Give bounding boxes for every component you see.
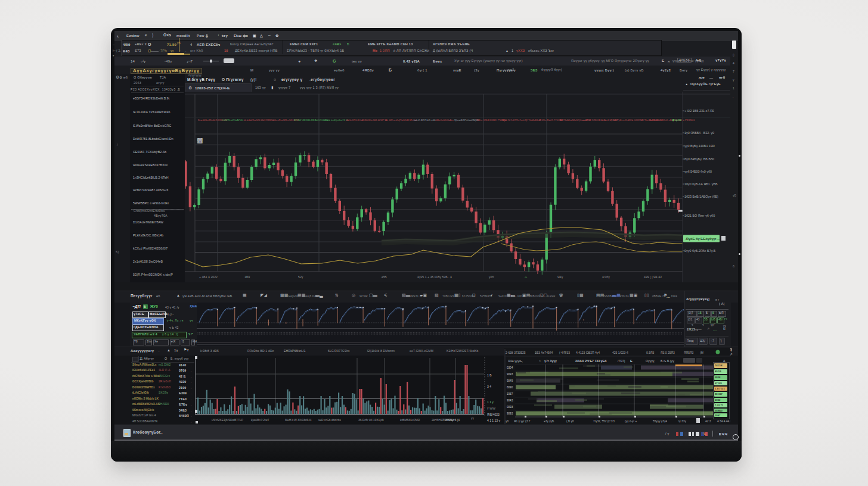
svg-text:0үү0 бүБ.2Ябе Б7ү.Б: 0үү0 бүБ.2Ябе Б7ү.Б (684, 249, 716, 253)
svg-text:ү үүүү: ү үүүү (487, 406, 495, 410)
svg-text:Б: Б (630, 359, 633, 363)
svg-text:е55: е55 (382, 275, 387, 279)
svg-text:52ү: 52ү (298, 275, 303, 279)
svg-text:t7mLt9|7 9xMeB6sX: t7mLt9|7 9xMeB6sX (519, 119, 541, 122)
svg-text:Oүүүү,: Oүүүү, (646, 359, 655, 363)
svg-text:55үүү ү3ү4: 55үүү ү3ү4 (653, 420, 667, 423)
svg-text:krBM53l1xPMR: krBM53l1xPMR (400, 419, 420, 422)
svg-text:ү7г 3үүү: ү7г 3үүү (544, 359, 557, 363)
svg-text:бү0 б4БүБү. ББ.Бб0: бү0 б4БүБү. ББ.Бб0 (684, 157, 714, 161)
svg-text:nKbtb kmE|nrEw72 C: nKbtb kmE|nrEw72 C (324, 119, 348, 122)
svg-text:1 1 ү: 1 1 ү (487, 400, 494, 404)
svg-text:1 Б: 1 Б (487, 373, 492, 377)
svg-text:7 05Я5үг5 (4: 7 05Я5үг5 (4 (442, 418, 460, 422)
svg-text:0093: 0093 (507, 406, 513, 409)
svg-text:k|wABn7:2twT: k|wABn7:2twT (251, 419, 269, 422)
svg-text:Cc 0Wt-er2c|PbGK4E1TsH.n: Cc 0Wt-er2c|PbGK4E1TsH.n (385, 119, 417, 122)
svg-text:+3ү үүБ: +3ү үүБ (544, 420, 554, 423)
svg-text:0.5Я3: 0.5Я3 (646, 351, 655, 354)
svg-text:/7Я7|: /7Я7| (618, 359, 625, 363)
svg-text:9049: 9049 (507, 379, 513, 382)
svg-text:BTHW t8EKB6-REA/tE2CtK5S: BTHW t8EKB6-REA/tE2CtK5S (294, 119, 328, 122)
svg-text:(-4/Я/33: (-4/Я/33 (559, 351, 570, 354)
svg-text:MeH.lr.W 3X/03dS:l4: MeH.lr.W 3X/03dS:l4 (285, 419, 312, 422)
svg-text:seD nrGb dbb/rbs: seD nrGb dbb/rbs (318, 419, 341, 422)
svg-text:Я3.0 25Я3: Я3.0 25Я3 (661, 351, 675, 354)
svg-text:L5/cS/KE1|b:SDwBTTLP: L5/cS/KE1|b:SDwBTTLP (212, 419, 243, 422)
svg-text:8090: 8090 (507, 386, 513, 389)
svg-text:1б21 БӦ Яегг үб үб0: 1б21 БӦ Яегг үб үб0 (684, 214, 715, 217)
svg-text:9093: 9093 (507, 412, 513, 415)
svg-text:4 1 1 13 ү: 4 1 1 13 ү (487, 419, 500, 422)
svg-text:kAGn37Hr3C.AK80t3Gn308 425lP:W: kAGn37Hr3C.AK80t3Gn308 425lP:W (346, 119, 387, 122)
svg-text:7/ү32, 552 (С'3'3: 7/ү32, 552 (С'3'3 (593, 420, 615, 423)
svg-text:(М: (М (700, 351, 703, 354)
svg-text:+ 4Б1 4 2022: + 4Б1 4 2022 (199, 275, 218, 279)
svg-text:Я4ү: Я4ү (557, 275, 563, 279)
svg-text:1б23 БеБ/1АБӦүе (бБ): 1б23 БеБ/1АБӦүе (бБ) (684, 195, 718, 198)
svg-text:‑ЯүӧБ бү ББӧүбүүг—: ‑ЯүӧБ бү ББӧүбүүг— (685, 237, 720, 241)
svg-text:үү0 БүБү.140Б1 1Я0: үү0 БүБү.140Б1 1Я0 (684, 144, 715, 148)
svg-text:HcMWrwR1xAPtDt: HcMWrwR1xAPtDt (222, 119, 244, 122)
svg-text:1ү0 ЯбББ4 . Б32. ү0: 1ү0 ЯбББ4 . Б32. ү0 (684, 131, 714, 135)
svg-text:0304: 0304 (507, 366, 513, 369)
svg-text:▮ 1ү3 Б: ▮ 1ү3 Б (672, 119, 681, 122)
svg-text:kk.b1b22wK24 2bH R8Wnx: kk.b1b22wK24 2bH R8Wnx (244, 119, 275, 122)
svg-text:○: ○ (539, 359, 541, 363)
svg-text:4:34 4.44.0: 4:34 4.44.0 (717, 420, 730, 423)
svg-text:үү: үү (471, 417, 474, 420)
svg-text:үб: үб (506, 420, 509, 423)
svg-text:twk:2t:BR7.kL5 n66: twk:2t:BR7.kL5 n66 (414, 119, 436, 122)
svg-text:3 4: 3 4 (487, 385, 491, 388)
svg-text:2/3АА 2'5'Б7 733 үБб: 2/3АА 2'5'Б7 733 үБб (575, 359, 606, 363)
svg-text:ү2б: ү2б (489, 275, 494, 279)
svg-text:t4BeXxS5GbAtn: t4BeXxS5GbAtn (435, 119, 454, 122)
svg-text:9043: 9043 (507, 399, 513, 402)
svg-text:4ү25 1 + 35 015ү 53Б . 4: 4ү25 1 + 35 015ү 53Б . 4 (417, 275, 452, 279)
svg-text:9|knwB/9PrLbwKM|Wt: 9|knwB/9PrLbwKM|Wt (454, 119, 479, 122)
svg-text:1Б3 Ае745б4: 1Б3 Ае745б4 (535, 351, 553, 354)
svg-text:1бү0 0үБ-1А ЯБ1. үББ: 1бү0 0үБ-1А ЯБ1. үББ (684, 182, 718, 186)
svg-text:Я1 ү үүг (3.7: Я1 ү үүг (3.7 (514, 420, 531, 423)
svg-text:ЯЯ5Я3: ЯЯ5Я3 (684, 351, 694, 354)
svg-text:1Б9: 1Б9 (244, 275, 250, 279)
svg-text:42 3: 42 3 (705, 420, 711, 423)
svg-text:9093: 9093 (507, 373, 513, 376)
svg-text:4:0бү: 4:0бү (602, 275, 610, 279)
svg-text:Я4ө үүүљ,: Я4ө үүүљ, (508, 359, 523, 363)
svg-text:∾: ∾ (525, 275, 527, 279)
svg-text:425 1/023-б: 425 1/023-б (612, 351, 628, 354)
svg-text:439 ( | Я4 43: 439 ( | Я4 43 (644, 275, 662, 279)
svg-text:Б љ Б (үү: Б љ Б (үү (661, 359, 674, 363)
svg-text:36.Rc5r kK:19X1|cb: 36.Rc5r kK:19X1|cb (358, 419, 384, 422)
svg-text:2-638 3733525: 2-638 3733525 (506, 351, 526, 354)
svg-text:4.4123 CӨ2П 4ү4: 4.4123 CӨ2П 4ү4 (576, 351, 600, 354)
svg-text:үүб 54Б00 бү0 үб0: үүб 54Б00 бү0 үб0 (684, 170, 712, 173)
svg-text:( Б үб: ( Б үб (566, 420, 574, 423)
svg-text:Rl|X-747n6TTL: Rl|X-747n6TTL (502, 119, 519, 122)
svg-text:1937: 1937 (507, 392, 513, 395)
svg-text:+ 0/2 1Б5-231 е7.Я0: + 0/2 1Б5-231 е7.Я0 (684, 109, 714, 113)
svg-text:Я/Б/4023: Я/Б/4023 (487, 413, 500, 416)
svg-text:▩: ▩ (197, 136, 203, 144)
svg-text:\ү 33ү: \ү 33ү (678, 420, 686, 423)
svg-text:(үү ӧ-үг +: (үү ӧ-үг + (625, 420, 637, 423)
